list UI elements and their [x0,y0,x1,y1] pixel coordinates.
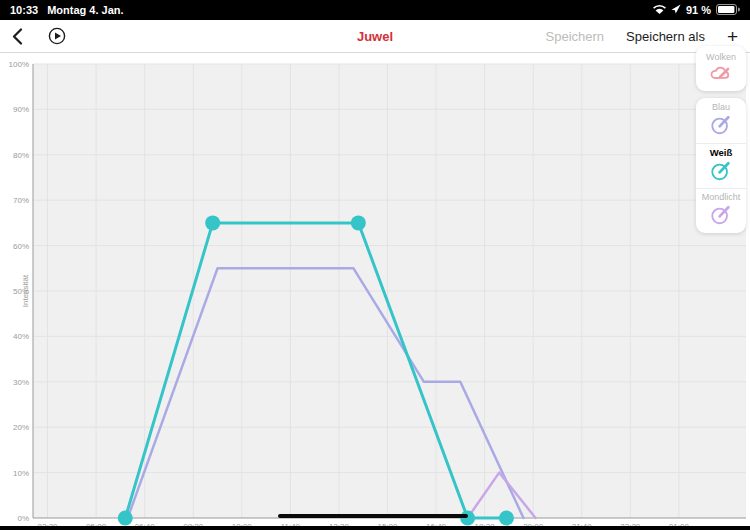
status-time: 10:33 [10,4,38,16]
x-tick-label: 16:40 [426,522,447,526]
x-tick-label: 01:00 [669,522,690,526]
play-button[interactable] [48,27,66,45]
x-tick-label: 08:20 [183,522,204,526]
cloud-pen-icon [709,64,733,86]
add-button[interactable]: + [727,27,738,46]
y-tick-label: 100% [9,60,29,69]
circle-pen-icon [710,160,732,186]
x-tick-label: 10:00 [232,522,253,526]
x-tick-label: 13:20 [329,522,350,526]
x-tick-label: 18:20 [475,522,496,526]
intensity-chart: 0%10%20%30%40%50%60%70%80%90%100%03:2005… [0,53,750,526]
x-tick-label: 11:40 [281,522,301,526]
x-tick-label: 21:40 [572,522,593,526]
y-axis-title: Intensität [21,274,30,307]
channel-card-wolken: Wolken [696,46,746,91]
channel-label: Wolken [706,52,736,62]
series-weiß-point[interactable] [499,511,514,526]
circle-pen-icon [710,204,732,230]
channel-label: Mondlicht [702,192,741,202]
series-weiß-point[interactable] [351,215,366,230]
series-weiß-point[interactable] [118,511,133,526]
save-as-button[interactable]: Speichern als [626,29,705,44]
y-tick-label: 80% [13,151,29,160]
circle-pen-icon [710,114,732,140]
app-surface: Juwel Speichern Speichern als + 0%10%20%… [0,20,750,526]
status-date: Montag 4. Jan. [47,4,123,16]
status-bar: 10:33 Montag 4. Jan. 91 % [0,0,750,20]
y-tick-label: 40% [13,332,29,341]
y-tick-label: 20% [13,423,29,432]
series-weiß-point[interactable] [460,511,475,526]
x-tick-label: 03:20 [38,522,59,526]
save-button[interactable]: Speichern [546,29,605,44]
y-tick-label: 60% [13,242,29,251]
y-tick-label: 90% [13,105,29,114]
x-tick-label: 05:00 [86,522,107,526]
x-tick-label: 20:00 [523,522,544,526]
battery-percent: 91 % [686,4,711,16]
channel-button-blau[interactable]: Blau [696,98,746,143]
x-tick-label: 23:20 [620,522,641,526]
battery-icon [716,4,740,17]
home-indicator[interactable] [278,514,468,518]
channel-label: Blau [712,102,730,112]
y-tick-label: 30% [13,378,29,387]
channel-panel: Wolken Blau [696,46,746,233]
channel-button-mondlicht[interactable]: Mondlicht [696,188,746,233]
channel-button-weiss[interactable]: Weiß [696,143,746,188]
channel-button-wolken[interactable]: Wolken [696,46,746,91]
y-tick-label: 10% [13,469,29,478]
x-tick-label: 06:40 [135,522,156,526]
channel-label: Weiß [710,147,733,158]
chart-canvas: 0%10%20%30%40%50%60%70%80%90%100%03:2005… [0,53,750,526]
back-button[interactable] [12,26,32,46]
y-tick-label: 0% [17,514,29,523]
nav-bar: Juwel Speichern Speichern als + [0,20,750,53]
screen: 10:33 Montag 4. Jan. 91 % [0,0,750,530]
y-tick-label: 70% [13,196,29,205]
wifi-icon [653,4,666,17]
x-tick-label: 15:00 [377,522,398,526]
series-weiß-point[interactable] [205,215,220,230]
location-arrow-icon [671,4,681,16]
channel-card-colors: Blau Weiß [696,98,746,233]
